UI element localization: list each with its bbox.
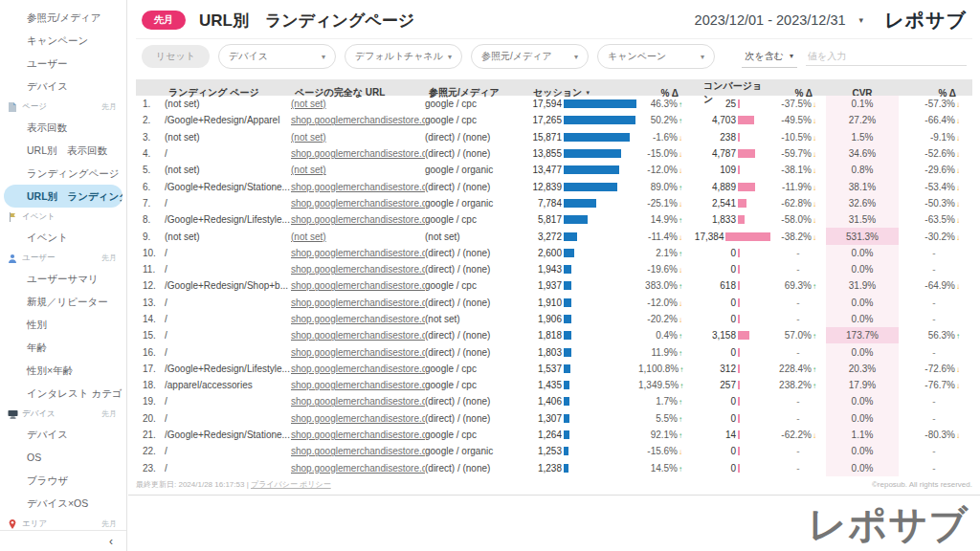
- date-range-label: 2023/12/01 - 2023/12/31: [695, 12, 846, 28]
- full-url-link[interactable]: shop.googlemerchandisestore.c...: [291, 148, 425, 159]
- source-medium-cell: (direct) / (none): [425, 182, 518, 192]
- sidebar-section-badge: 先月: [101, 253, 117, 263]
- delta-value: 1.7%: [656, 396, 678, 407]
- delta-value: 57.0%: [785, 330, 812, 341]
- filter-dropdown[interactable]: 参照元/メディア▾: [471, 44, 589, 69]
- sidebar-item[interactable]: 性別: [4, 313, 122, 336]
- sidebar-item[interactable]: インタレスト カテゴリ: [4, 382, 122, 405]
- sidebar-item[interactable]: デバイス×OS: [4, 492, 122, 515]
- full-url-link[interactable]: shop.googlemerchandisestore.c...: [291, 182, 425, 192]
- source-medium-cell: google / organic: [425, 198, 518, 209]
- full-url-link[interactable]: shop.googlemerchandisestore.c...: [291, 413, 425, 424]
- sidebar-item[interactable]: デバイス: [4, 423, 122, 446]
- sidebar-item[interactable]: ランディングページ: [4, 162, 122, 185]
- header-full-url[interactable]: ページの完全な URL: [291, 86, 425, 99]
- header-delta-conversions[interactable]: % Δ: [770, 88, 826, 99]
- sessions-cell: 17,265: [518, 115, 638, 125]
- full-url-link[interactable]: shop.googlemerchandisestore.c...: [291, 463, 425, 474]
- landing-page-cell: /: [165, 330, 291, 341]
- sidebar-item[interactable]: キャンペーン: [4, 29, 122, 52]
- row-number: 2.: [136, 115, 165, 125]
- sidebar-item[interactable]: URL別 表示回数: [4, 139, 122, 162]
- arrow-down-icon: ↓: [679, 448, 682, 456]
- conversions-bar: [738, 397, 740, 406]
- arrow-down-icon: ↓: [956, 216, 960, 225]
- full-url-link[interactable]: shop.googlemerchandisestore.c...: [291, 364, 425, 374]
- delta-value: -52.6%: [924, 148, 955, 159]
- delta-sessions-cell: -1.6%↓: [638, 132, 692, 143]
- filter-dropdown[interactable]: デフォルトチャネル▾: [345, 44, 462, 69]
- delta-conversions-cell: 57.0%↑: [770, 330, 826, 341]
- delta-value: -: [932, 298, 935, 308]
- sidebar-item[interactable]: ユーザーサマリ: [4, 267, 122, 290]
- sidebar-item[interactable]: 性別×年齢: [4, 359, 122, 382]
- sidebar-item[interactable]: 参照元/メディア: [4, 6, 122, 29]
- user-icon: [8, 253, 18, 263]
- cvr-cell: 0.0%: [826, 410, 899, 427]
- date-range-selector[interactable]: 2023/12/01 - 2023/12/31 ▾: [695, 12, 864, 28]
- landing-page-cell: /: [165, 463, 291, 474]
- full-url-link[interactable]: shop.googlemerchandisestore.c...: [291, 347, 425, 358]
- conversions-value: 0: [692, 413, 736, 424]
- filter-dropdown-label: キャンペーン: [608, 50, 666, 63]
- full-url-link[interactable]: (not set): [291, 165, 425, 175]
- source-medium-cell: (direct) / (none): [425, 330, 518, 341]
- sidebar-item[interactable]: 年齢: [4, 336, 122, 359]
- arrow-down-icon: ↓: [813, 216, 816, 225]
- header-delta-sessions[interactable]: % Δ: [638, 88, 692, 99]
- sidebar-item[interactable]: イベント: [4, 226, 122, 249]
- table-row: 17./Google+Redesign/Lifestyle...shop.goo…: [136, 361, 972, 377]
- sidebar-item[interactable]: デバイス: [4, 75, 122, 98]
- sidebar-item[interactable]: 新規／リピーター: [4, 290, 122, 313]
- header-sessions-sort[interactable]: セッション▼: [518, 86, 638, 99]
- sidebar-section-label: イベント: [22, 211, 117, 223]
- sessions-bar: [564, 133, 630, 142]
- sidebar-collapse-button[interactable]: ‹: [0, 530, 126, 551]
- sidebar-item[interactable]: URL別 ランディングページ: [4, 185, 122, 208]
- filter-value-input[interactable]: [806, 47, 967, 66]
- full-url-link[interactable]: shop.googlemerchandisestore.c...: [291, 298, 425, 308]
- header-source-medium[interactable]: 参照元/メディア: [425, 86, 518, 99]
- header-landing-page[interactable]: ランディング ページ: [165, 86, 291, 99]
- filter-dropdown[interactable]: デバイス▾: [218, 44, 336, 69]
- full-url-link[interactable]: (not set): [291, 132, 425, 143]
- delta-value: -53.4%: [924, 182, 955, 192]
- full-url-link[interactable]: shop.googlemerchandisestore.c...: [291, 446, 425, 456]
- delta-cvr-cell: -66.4%↓: [899, 115, 969, 125]
- condition-select[interactable]: 次を含む ▾: [742, 46, 797, 68]
- sidebar-item[interactable]: ブラウザ: [4, 469, 122, 492]
- arrow-down-icon: ↓: [679, 266, 682, 275]
- full-url-link[interactable]: (not set): [291, 99, 425, 109]
- row-number: 4.: [136, 148, 165, 159]
- delta-value: -72.6%: [924, 364, 955, 374]
- full-url-link[interactable]: shop.googlemerchandisestore.c...: [291, 214, 425, 225]
- full-url-link[interactable]: shop.googlemerchandisestore.c...: [291, 314, 425, 324]
- delta-value: 14.9%: [651, 214, 678, 225]
- full-url-link[interactable]: shop.googlemerchandisestore.c...: [291, 430, 425, 440]
- full-url-link[interactable]: shop.googlemerchandisestore.c...: [291, 396, 425, 407]
- sessions-cell: 1,537: [518, 364, 638, 374]
- conversions-bar: [738, 315, 740, 323]
- privacy-policy-link[interactable]: プライバシー ポリシー: [251, 480, 331, 489]
- full-url-link[interactable]: shop.googlemerchandisestore.c...: [291, 115, 425, 125]
- arrow-up-icon: ↑: [679, 465, 682, 474]
- full-url-link[interactable]: shop.googlemerchandisestore.c...: [291, 264, 425, 275]
- arrow-up-icon: ↑: [679, 250, 682, 258]
- sidebar-item[interactable]: 表示回数: [4, 116, 122, 139]
- full-url-link[interactable]: shop.googlemerchandisestore.c...: [291, 380, 425, 390]
- delta-conversions-cell: -58.0%↓: [770, 214, 826, 225]
- full-url-link[interactable]: shop.googlemerchandisestore.c...: [291, 198, 425, 209]
- filter-dropdown[interactable]: キャンペーン▾: [597, 44, 715, 69]
- header-delta-cvr[interactable]: % Δ: [899, 88, 969, 99]
- full-url-link[interactable]: shop.googlemerchandisestore.c...: [291, 330, 425, 341]
- reset-button[interactable]: リセット: [142, 45, 210, 68]
- filter-dropdown-label: デフォルトチャネル: [355, 50, 443, 63]
- full-url-link[interactable]: (not set): [291, 231, 425, 242]
- sidebar-item[interactable]: ユーザー: [4, 52, 122, 75]
- sidebar-item[interactable]: OS: [4, 446, 122, 469]
- full-url-link[interactable]: shop.googlemerchandisestore.c...: [291, 248, 425, 258]
- table-row: 1.(not set)(not set)google / cpc17,59446…: [136, 96, 972, 112]
- sessions-cell: 13,477: [518, 165, 638, 175]
- full-url-link[interactable]: shop.googlemerchandisestore.c...: [291, 280, 425, 291]
- conversions-cell: 0: [692, 248, 770, 258]
